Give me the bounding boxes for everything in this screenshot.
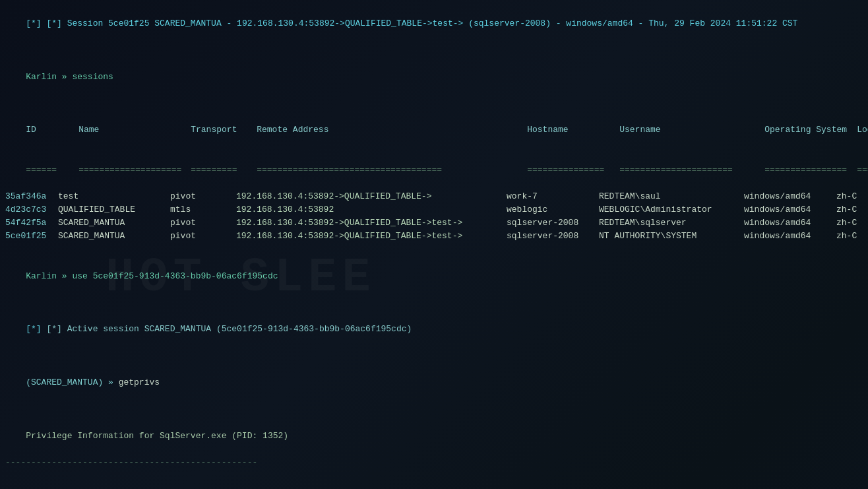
- session-addr: 192.168.130.4:53892->QUALIFIED_TABLE->: [236, 190, 507, 203]
- session-os: windows/amd64: [744, 230, 836, 243]
- session-hostname: weblogic: [507, 203, 599, 216]
- title-line: [*] [*] Session 5ce01f25 SCARED_MANTUA -…: [5, 4, 863, 44]
- blank-5: [5, 350, 863, 363]
- table-row: 35af346atestpivot192.168.130.4:53892->QU…: [5, 190, 863, 203]
- session-loc: zh-C: [836, 218, 857, 228]
- session-username: WEBLOGIC\Administrator: [599, 203, 744, 216]
- session-id: 54f42f5a: [5, 216, 58, 230]
- col-id: ID: [26, 123, 78, 137]
- session-name: QUALIFIED_TABLE: [58, 203, 170, 216]
- session-hostname: sqlserver-2008: [507, 230, 599, 243]
- col-os-hdr: Operating System: [764, 123, 857, 137]
- blank-7: [5, 469, 863, 482]
- active-session-text: [*] Active session SCARED_MANTUA (5ce01f…: [46, 324, 412, 334]
- sessions-header: IDNameTransportRemote AddressHostnameUse…: [5, 110, 863, 150]
- session-id: 5ce01f25: [5, 230, 58, 243]
- session-id: 4d23c7c3: [5, 203, 58, 216]
- session-username: NT AUTHORITY\SYSTEM: [599, 230, 744, 243]
- col-hostname-hdr: Hostname: [527, 123, 619, 137]
- col-username-hdr: Username: [619, 123, 764, 137]
- session-id: 35af346a: [5, 190, 58, 203]
- breadcrumb-sessions: Karlin » sessions: [5, 57, 863, 97]
- process-integrity: Process Integrity Level: High: [5, 482, 863, 489]
- session-name: SCARED_MANTUA: [58, 230, 170, 243]
- session-os: windows/amd64: [744, 216, 836, 230]
- session-transport: pivot: [170, 230, 236, 243]
- blank-2: [5, 97, 863, 110]
- session-loc: zh-C: [836, 191, 857, 201]
- getprivs-prompt: (SCARED_MANTUA) » getprivs: [5, 363, 863, 403]
- col-addr-hdr: Remote Address: [257, 123, 527, 137]
- priv-separator: ----------------------------------------…: [5, 456, 863, 469]
- session-transport: mtls: [170, 203, 236, 216]
- table-row: 5ce01f25SCARED_MANTUApivot192.168.130.4:…: [5, 230, 863, 243]
- session-username: REDTEAM\sqlserver: [599, 216, 744, 230]
- session-os: windows/amd64: [744, 203, 836, 216]
- session-loc: zh-C: [836, 205, 857, 214]
- blank-4: [5, 296, 863, 310]
- session-name: test: [58, 190, 170, 203]
- session-hostname: work-7: [507, 190, 599, 203]
- title-text: [*] Session 5ce01f25 SCARED_MANTUA - 192…: [46, 18, 797, 28]
- col-loc-hdr: Loca: [857, 125, 868, 135]
- col-transport-hdr: Transport: [191, 123, 257, 137]
- session-os: windows/amd64: [744, 190, 836, 203]
- sessions-table: 35af346atestpivot192.168.130.4:53892->QU…: [5, 190, 863, 244]
- session-loc: zh-C: [836, 231, 857, 241]
- blank-3: [5, 244, 863, 257]
- table-row: 54f42f5aSCARED_MANTUApivot192.168.130.4:…: [5, 216, 863, 230]
- session-transport: pivot: [170, 190, 236, 203]
- title-bracket: [*]: [26, 18, 46, 28]
- session-addr: 192.168.130.4:53892->QUALIFIED_TABLE->te…: [236, 216, 507, 230]
- priv-info-header: Privilege Information for SqlServer.exe …: [5, 416, 863, 455]
- session-hostname: sqlserver-2008: [507, 216, 599, 230]
- session-addr: 192.168.130.4:53892->QUALIFIED_TABLE->te…: [236, 230, 507, 243]
- sessions-separator: ========================================…: [5, 150, 863, 190]
- table-row: 4d23c7c3QUALIFIED_TABLEmtls192.168.130.4…: [5, 203, 863, 216]
- session-username: REDTEAM\saul: [599, 190, 744, 203]
- session-transport: pivot: [170, 216, 236, 230]
- session-name: SCARED_MANTUA: [58, 216, 170, 230]
- session-addr: 192.168.130.4:53892: [236, 203, 507, 216]
- blank-1: [5, 44, 863, 57]
- active-session-line: [*] [*] Active session SCARED_MANTUA (5c…: [5, 310, 863, 349]
- terminal-window: HOT SLEE [*] [*] Session 5ce01f25 SCARED…: [0, 0, 868, 489]
- col-name-hdr: Name: [78, 123, 191, 137]
- blank-6: [5, 403, 863, 416]
- use-command: Karlin » use 5ce01f25-913d-4363-bb9b-06a…: [5, 257, 863, 296]
